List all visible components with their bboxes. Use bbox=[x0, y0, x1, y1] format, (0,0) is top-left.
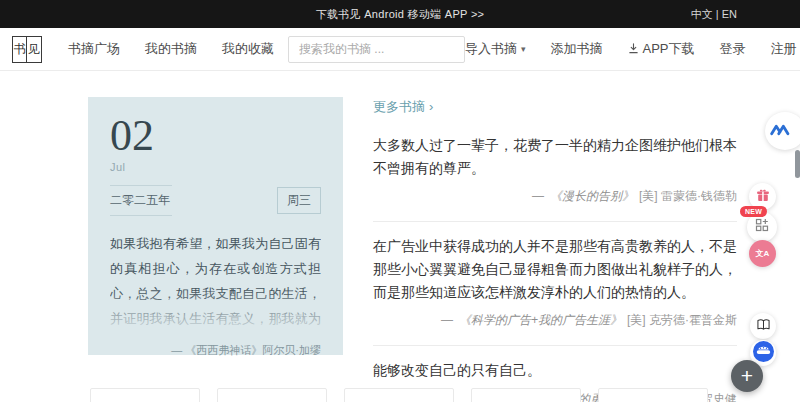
app-download-label: APP下载 bbox=[643, 40, 695, 58]
page: 下载书见 Android 移动端 APP >> 中文 | EN 书 见 书摘广场… bbox=[0, 0, 800, 402]
import-excerpts-menu[interactable]: 导入书摘 ▾ bbox=[465, 40, 526, 58]
nav-item-my-favorites[interactable]: 我的收藏 bbox=[222, 40, 274, 58]
chevron-down-icon: ▾ bbox=[521, 44, 526, 54]
excerpt-card-placeholder[interactable] bbox=[217, 388, 327, 402]
excerpt-card-placeholder[interactable] bbox=[344, 388, 454, 402]
date-row: 二零二五年 周三 bbox=[110, 185, 321, 216]
bottom-card-row bbox=[90, 388, 708, 402]
excerpt-card-placeholder[interactable] bbox=[598, 388, 708, 402]
book-author: [美] 雷蒙德·钱德勒 bbox=[639, 189, 737, 203]
scrollbar-thumb[interactable] bbox=[795, 150, 800, 178]
excerpt-attribution: —《漫长的告别》[美] 雷蒙德·钱德勒 bbox=[373, 188, 737, 205]
excerpt-item[interactable]: 大多数人过了一辈子，花费了一半的精力企图维护他们根本不曾拥有的尊严。 —《漫长的… bbox=[373, 116, 737, 222]
more-excerpts-link[interactable]: 更多书摘› bbox=[373, 98, 433, 116]
logo[interactable]: 书 见 bbox=[12, 36, 42, 63]
logo-char-2: 见 bbox=[27, 37, 41, 62]
daily-quote-text-wrap: 如果我抱有希望，如果我为自己固有的真相担心，为存在或创造方式担心，总之，如果我支… bbox=[110, 232, 321, 331]
gift-icon bbox=[756, 188, 770, 206]
excerpt-text: 大多数人过了一辈子，花费了一半的精力企图维护他们根本不曾拥有的尊严。 bbox=[373, 134, 737, 179]
daily-quote-card[interactable]: 02 Jul 二零二五年 周三 如果我抱有希望，如果我为自己固有的真相担心，为存… bbox=[88, 97, 343, 355]
reading-button[interactable] bbox=[750, 313, 776, 339]
login-button[interactable]: 登录 bbox=[720, 40, 746, 58]
chevron-right-icon: › bbox=[429, 99, 433, 114]
date-year: 二零二五年 bbox=[110, 185, 172, 216]
excerpt-card-placeholder[interactable] bbox=[471, 388, 581, 402]
translate-button[interactable]: 文A bbox=[749, 240, 776, 267]
date-month: Jul bbox=[110, 161, 321, 173]
book-author: [美] 克劳德·霍普金斯 bbox=[627, 313, 737, 327]
floating-brand-peaks-button[interactable] bbox=[765, 112, 800, 150]
grid-plus-icon bbox=[755, 218, 769, 236]
search-input[interactable] bbox=[288, 36, 465, 63]
nav-actions: 导入书摘 ▾ 添加书摘 APP下载 登录 注册 bbox=[465, 40, 797, 58]
nav-item-my-excerpts[interactable]: 我的书摘 bbox=[145, 40, 197, 58]
excerpt-text: 能够改变自己的只有自己。 bbox=[373, 359, 737, 382]
date-day: 02 bbox=[110, 113, 321, 159]
new-badge[interactable]: NEW bbox=[740, 206, 767, 217]
app-download-banner-link[interactable]: 下载书见 Android 移动端 APP >> bbox=[316, 7, 485, 22]
peaks-logo-icon bbox=[770, 122, 790, 140]
add-excerpt-button[interactable]: 添加书摘 bbox=[551, 40, 603, 58]
attribution-dash: — bbox=[532, 189, 544, 203]
open-book-icon bbox=[756, 317, 771, 335]
daily-quote-text: 如果我抱有希望，如果我为自己固有的真相担心，为存在或创造方式担心，总之，如果我支… bbox=[110, 232, 321, 331]
book-title: 《漫长的告别》 bbox=[550, 189, 634, 203]
excerpt-item[interactable]: 在广告业中获得成功的人并不是那些有高贵教养的人，不是那些小心翼翼避免自己显得粗鲁… bbox=[373, 222, 737, 346]
logo-char-1: 书 bbox=[13, 37, 27, 62]
excerpt-list: 更多书摘› 大多数人过了一辈子，花费了一半的精力企图维护他们根本不曾拥有的尊严。… bbox=[373, 97, 737, 402]
add-floating-button[interactable]: + bbox=[731, 360, 763, 392]
excerpt-attribution: —《科学的广告+我的广告生涯》[美] 克劳德·霍普金斯 bbox=[373, 312, 737, 329]
book-title: 《科学的广告+我的广告生涯》 bbox=[459, 313, 622, 327]
import-excerpts-label: 导入书摘 bbox=[465, 40, 517, 58]
app-download-button[interactable]: APP下载 bbox=[628, 40, 695, 58]
daily-quote-attribution: — 《西西弗神话》阿尔贝·加缪 bbox=[110, 343, 321, 358]
nav-links: 书摘广场 我的书摘 我的收藏 bbox=[68, 40, 274, 58]
register-button[interactable]: 注册 bbox=[771, 40, 797, 58]
attribution-dash: — bbox=[441, 313, 453, 327]
plus-icon: + bbox=[741, 365, 753, 386]
translate-icon: 文A bbox=[756, 250, 770, 258]
navbar: 书 见 书摘广场 我的书摘 我的收藏 导入书摘 ▾ 添加书摘 APP下载 登录 … bbox=[0, 28, 800, 71]
download-icon bbox=[628, 42, 639, 57]
nav-item-excerpt-plaza[interactable]: 书摘广场 bbox=[68, 40, 120, 58]
excerpt-text: 在广告业中获得成功的人并不是那些有高贵教养的人，不是那些小心翼翼避免自己显得粗鲁… bbox=[373, 235, 737, 303]
excerpt-card-placeholder[interactable] bbox=[90, 388, 200, 402]
more-excerpts-label: 更多书摘 bbox=[373, 99, 425, 114]
date-weekday-badge: 周三 bbox=[277, 187, 321, 214]
topbar: 下载书见 Android 移动端 APP >> 中文 | EN bbox=[0, 0, 800, 28]
language-switcher[interactable]: 中文 | EN bbox=[691, 7, 737, 22]
